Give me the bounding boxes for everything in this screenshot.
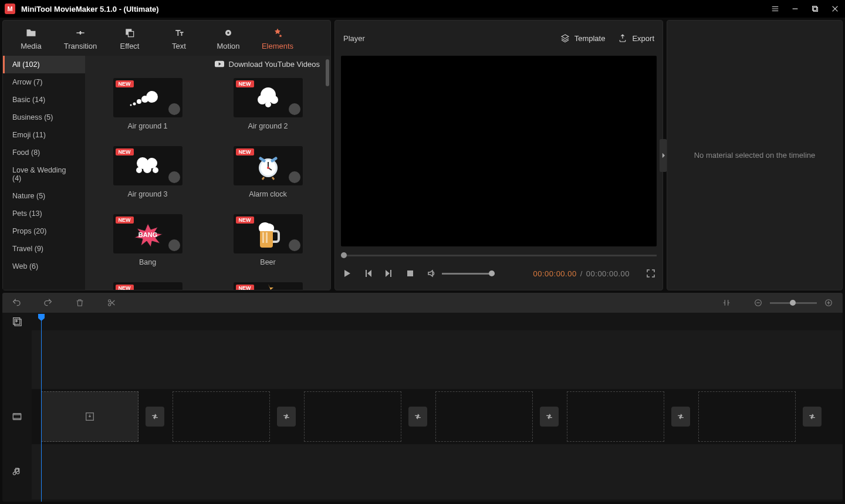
category-item-business[interactable]: Business (5) bbox=[3, 109, 85, 126]
element-air-ground-1[interactable]: NEW Air ground 1 bbox=[93, 78, 202, 143]
zoom-in-button[interactable] bbox=[823, 297, 834, 309]
tab-transition[interactable]: Transition bbox=[57, 23, 104, 54]
tab-effect[interactable]: Effect bbox=[106, 23, 153, 54]
effect-icon bbox=[107, 26, 152, 39]
new-badge: NEW bbox=[236, 217, 254, 224]
elements-icon bbox=[255, 26, 300, 39]
play-button[interactable] bbox=[341, 268, 353, 279]
category-item-pets[interactable]: Pets (13) bbox=[3, 205, 85, 222]
element-bang[interactable]: NEW BANG Bang bbox=[93, 214, 202, 279]
zoom-out-button[interactable] bbox=[752, 297, 764, 309]
category-item-emoji[interactable]: Emoji (11) bbox=[3, 126, 85, 144]
minimize-button[interactable] bbox=[785, 0, 805, 18]
export-button[interactable]: Export bbox=[618, 33, 654, 43]
undo-button[interactable] bbox=[11, 297, 22, 309]
svg-point-20 bbox=[153, 167, 158, 173]
category-item-web[interactable]: Web (6) bbox=[3, 258, 85, 275]
new-badge: NEW bbox=[236, 285, 254, 290]
zoom-slider[interactable] bbox=[770, 302, 817, 304]
tab-label: Transition bbox=[58, 42, 103, 50]
grid-scrollbar[interactable] bbox=[326, 59, 329, 86]
download-icon[interactable] bbox=[168, 171, 180, 183]
category-item-love-wedding[interactable]: Love & Wedding (4) bbox=[3, 161, 85, 187]
clip-slot-4[interactable] bbox=[435, 391, 533, 442]
playhead[interactable] bbox=[41, 314, 42, 502]
transition-slot[interactable] bbox=[540, 407, 559, 427]
element-partial-2[interactable]: NEW bbox=[214, 282, 322, 290]
bang-icon: BANG bbox=[127, 221, 168, 247]
tab-label: Text bbox=[157, 42, 201, 50]
fit-button[interactable] bbox=[721, 297, 732, 309]
volume-handle[interactable] bbox=[489, 270, 495, 276]
close-button[interactable] bbox=[825, 0, 845, 18]
category-list: All (102) Arrow (7) Basic (14) Business … bbox=[3, 56, 85, 290]
clip-slot-6[interactable] bbox=[698, 391, 796, 442]
fullscreen-button[interactable] bbox=[645, 268, 657, 279]
export-label: Export bbox=[632, 34, 654, 43]
tab-media[interactable]: Media bbox=[8, 23, 55, 54]
download-youtube-link[interactable]: Download YouTube Videos bbox=[85, 56, 330, 72]
zoom-handle[interactable] bbox=[790, 300, 796, 306]
element-grid: NEW Air ground 1 NEW Air ground 2 bbox=[85, 72, 330, 290]
template-button[interactable]: Template bbox=[560, 33, 606, 43]
svg-point-8 bbox=[141, 96, 148, 103]
download-icon[interactable] bbox=[168, 239, 180, 251]
clip-slot-2[interactable] bbox=[173, 391, 270, 442]
next-frame-button[interactable] bbox=[383, 268, 395, 279]
transition-icon bbox=[58, 26, 103, 39]
transition-slot[interactable] bbox=[146, 407, 164, 427]
youtube-icon bbox=[215, 60, 224, 67]
download-icon[interactable] bbox=[289, 171, 300, 183]
tab-text[interactable]: Text bbox=[156, 23, 202, 54]
add-track-button[interactable] bbox=[2, 313, 32, 330]
seek-handle[interactable] bbox=[341, 252, 347, 258]
video-preview bbox=[341, 56, 657, 246]
category-item-all[interactable]: All (102) bbox=[3, 56, 85, 73]
category-item-basic[interactable]: Basic (14) bbox=[3, 91, 85, 109]
redo-button[interactable] bbox=[42, 297, 54, 309]
element-partial-1[interactable]: NEW bbox=[93, 282, 202, 290]
clip-slot-3[interactable] bbox=[304, 391, 401, 442]
volume-slider[interactable] bbox=[442, 273, 495, 275]
panel-expand-handle[interactable] bbox=[660, 139, 667, 172]
svg-point-9 bbox=[137, 99, 141, 104]
tab-motion[interactable]: Motion bbox=[205, 23, 252, 54]
category-item-props[interactable]: Props (20) bbox=[3, 222, 85, 240]
element-air-ground-2[interactable]: NEW Air ground 2 bbox=[214, 78, 322, 143]
download-icon[interactable] bbox=[289, 103, 300, 115]
category-item-food[interactable]: Food (8) bbox=[3, 144, 85, 161]
seek-bar[interactable] bbox=[341, 252, 657, 258]
svg-point-10 bbox=[133, 102, 136, 105]
element-air-ground-3[interactable]: NEW Air ground 3 bbox=[93, 146, 202, 211]
maximize-button[interactable] bbox=[805, 0, 825, 18]
category-item-arrow[interactable]: Arrow (7) bbox=[3, 73, 85, 91]
category-item-travel[interactable]: Travel (9) bbox=[3, 240, 85, 258]
player-title: Player bbox=[343, 34, 365, 43]
library-tabs: Media Transition Effect Text Motion Elem… bbox=[3, 21, 330, 56]
video-track[interactable] bbox=[32, 389, 843, 444]
new-badge: NEW bbox=[236, 148, 254, 155]
library-panel: Media Transition Effect Text Motion Elem… bbox=[2, 20, 331, 290]
download-icon[interactable] bbox=[168, 103, 180, 115]
transition-slot[interactable] bbox=[277, 407, 296, 427]
volume-button[interactable] bbox=[425, 268, 437, 279]
clip-slot-1[interactable] bbox=[41, 391, 138, 442]
stop-button[interactable] bbox=[404, 268, 416, 279]
element-alarm-clock[interactable]: NEW Alarm clock bbox=[214, 146, 322, 211]
category-item-nature[interactable]: Nature (5) bbox=[3, 187, 85, 205]
tab-elements[interactable]: Elements bbox=[254, 23, 301, 54]
app-logo: M bbox=[5, 4, 15, 14]
menu-icon[interactable] bbox=[765, 0, 785, 18]
transition-slot[interactable] bbox=[803, 407, 822, 427]
clip-slot-5[interactable] bbox=[567, 391, 664, 442]
transition-slot[interactable] bbox=[671, 407, 690, 427]
split-button[interactable] bbox=[106, 297, 117, 309]
audio-track[interactable] bbox=[32, 444, 843, 499]
prev-frame-button[interactable] bbox=[362, 268, 374, 279]
transition-slot[interactable] bbox=[408, 407, 427, 427]
timeline bbox=[2, 313, 843, 502]
download-icon[interactable] bbox=[289, 239, 300, 251]
element-beer[interactable]: NEW Beer bbox=[214, 214, 322, 279]
timeline-ruler[interactable] bbox=[32, 313, 843, 330]
delete-button[interactable] bbox=[74, 297, 86, 309]
